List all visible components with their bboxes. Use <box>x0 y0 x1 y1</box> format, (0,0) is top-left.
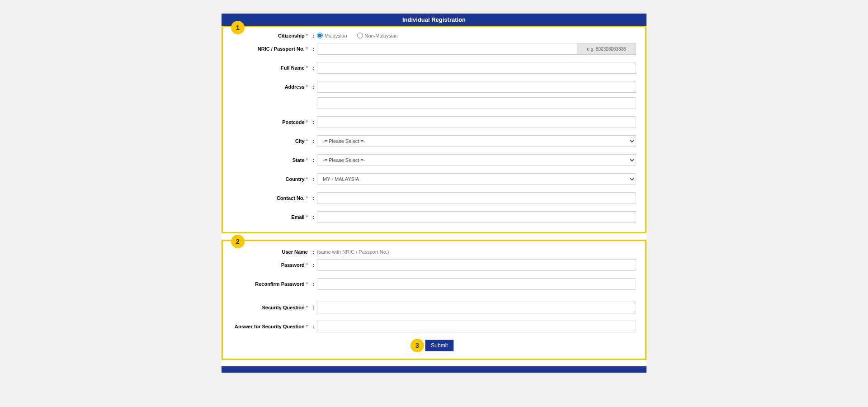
address-input-1[interactable] <box>317 81 636 93</box>
row-security-answer: Answer for Security Question * : <box>232 321 636 332</box>
required-asterisk: * <box>306 65 308 71</box>
section-badge-3: 3 <box>410 339 424 352</box>
field-contact <box>317 192 636 204</box>
label-security-answer: Answer for Security Question * <box>232 324 310 329</box>
colon: : <box>310 324 317 329</box>
page-title: Individual Registration <box>402 16 466 23</box>
colon: : <box>310 119 317 125</box>
field-city: -= Please Select =- <box>317 135 636 147</box>
colon: : <box>310 46 317 52</box>
row-city: City * : -= Please Select =- <box>232 135 636 147</box>
label-city: City * <box>232 138 310 144</box>
required-asterisk: * <box>306 262 308 268</box>
section-badge-1: 1 <box>231 21 245 34</box>
colon: : <box>310 157 317 163</box>
row-address-1: Address * : <box>232 81 636 93</box>
submit-wrap: 3 Submit <box>232 340 636 351</box>
label-address: Address * <box>232 84 310 90</box>
reconfirm-password-input[interactable] <box>317 278 636 290</box>
required-asterisk: * <box>306 195 308 201</box>
field-password <box>317 259 636 271</box>
row-state: State * : -= Please Select =- <box>232 154 636 166</box>
label-password: Password * <box>232 262 310 268</box>
colon: : <box>310 176 317 182</box>
field-address-1 <box>317 81 636 93</box>
row-address-2 <box>232 97 636 109</box>
postcode-input[interactable] <box>317 116 636 128</box>
label-reconfirm: Reconfirm Password * <box>232 281 310 287</box>
colon: : <box>310 262 317 268</box>
state-select[interactable]: -= Please Select =- <box>317 154 636 166</box>
label-contact: Contact No. * <box>232 195 310 201</box>
field-username: (same with NRIC / Passport No.) <box>317 249 636 255</box>
label-citizenship: Citizenship * <box>232 33 310 38</box>
field-security-question <box>317 302 636 313</box>
label-state: State * <box>232 157 310 163</box>
required-asterisk: * <box>306 176 308 182</box>
field-postcode <box>317 116 636 128</box>
label-username: User Name <box>232 249 310 255</box>
colon: : <box>310 33 317 38</box>
country-select[interactable]: MY - MALAYSIA <box>317 173 636 185</box>
security-question-input[interactable] <box>317 302 636 313</box>
footer-bar <box>222 366 646 373</box>
nric-input[interactable] <box>317 43 577 55</box>
required-asterisk: * <box>306 138 308 144</box>
fullname-input[interactable] <box>317 62 636 74</box>
required-asterisk: * <box>306 84 308 90</box>
row-password: Password * : <box>232 259 636 271</box>
contact-input[interactable] <box>317 192 636 204</box>
row-postcode: Postcode * : <box>232 116 636 128</box>
section-account-info: 2 User Name : (same with NRIC / Passport… <box>222 240 646 360</box>
field-country: MY - MALAYSIA <box>317 173 636 185</box>
colon: : <box>310 138 317 144</box>
page-title-bar: Individual Registration <box>222 14 646 26</box>
submit-button[interactable]: Submit <box>425 340 453 351</box>
colon: : <box>310 214 317 220</box>
field-citizenship: Malaysian Non-Malaysian <box>317 33 636 38</box>
citizenship-radio-group: Malaysian Non-Malaysian <box>317 33 398 38</box>
password-input[interactable] <box>317 259 636 271</box>
required-asterisk: * <box>306 214 308 220</box>
colon: : <box>310 249 317 255</box>
field-email <box>317 211 636 223</box>
row-email: Email * : <box>232 211 636 223</box>
radio-malaysian[interactable] <box>317 33 323 38</box>
radio-malaysian-label[interactable]: Malaysian <box>317 33 347 38</box>
colon: : <box>310 195 317 201</box>
required-asterisk: * <box>306 46 308 52</box>
radio-non-malaysian[interactable] <box>357 33 363 38</box>
row-username: User Name : (same with NRIC / Passport N… <box>232 249 636 255</box>
label-security-question: Security Question * <box>232 305 310 310</box>
username-note: (same with NRIC / Passport No.) <box>317 249 389 255</box>
security-answer-input[interactable] <box>317 321 636 332</box>
nric-hint: e.g. 800308083838 <box>577 43 636 55</box>
field-reconfirm <box>317 278 636 290</box>
required-asterisk: * <box>306 281 308 287</box>
label-nric: NRIC / Passport No. * <box>232 46 310 52</box>
required-asterisk: * <box>306 305 308 310</box>
row-country: Country * : MY - MALAYSIA <box>232 173 636 185</box>
required-asterisk: * <box>306 119 308 125</box>
colon: : <box>310 281 317 287</box>
city-select[interactable]: -= Please Select =- <box>317 135 636 147</box>
field-nric: e.g. 800308083838 <box>317 43 636 55</box>
address-input-2[interactable] <box>317 97 636 109</box>
field-security-answer <box>317 321 636 332</box>
colon: : <box>310 65 317 71</box>
row-reconfirm: Reconfirm Password * : <box>232 278 636 290</box>
row-nric: NRIC / Passport No. * : e.g. 80030808383… <box>232 43 636 55</box>
section-personal-info: 1 Citizenship * : Malaysian Non-Malaysia… <box>222 26 646 233</box>
radio-non-malaysian-label[interactable]: Non-Malaysian <box>357 33 398 38</box>
required-asterisk: * <box>306 324 308 329</box>
field-address-2 <box>317 97 636 109</box>
required-asterisk: * <box>306 33 308 38</box>
label-country: Country * <box>232 176 310 182</box>
registration-container: Individual Registration 1 Citizenship * … <box>222 14 646 373</box>
label-postcode: Postcode * <box>232 119 310 125</box>
row-contact: Contact No. * : <box>232 192 636 204</box>
colon: : <box>310 305 317 310</box>
required-asterisk: * <box>306 157 308 163</box>
email-input[interactable] <box>317 211 636 223</box>
label-email: Email * <box>232 214 310 220</box>
